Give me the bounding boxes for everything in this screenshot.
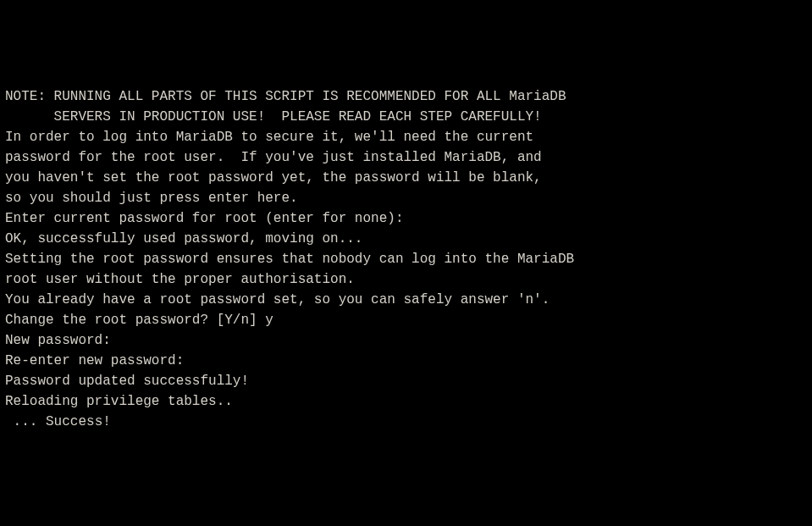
terminal-line: Enter current password for root (enter f…: [5, 208, 807, 229]
terminal-line: Setting the root password ensures that n…: [5, 249, 807, 269]
terminal-line: you haven't set the root password yet, t…: [5, 168, 807, 188]
terminal-line: New password:: [5, 330, 807, 351]
terminal-line: NOTE: RUNNING ALL PARTS OF THIS SCRIPT I…: [5, 86, 807, 107]
terminal-line: You already have a root password set, so…: [5, 290, 807, 310]
terminal-line: so you should just press enter here.: [5, 188, 807, 208]
terminal-line: Re-enter new password:: [5, 351, 807, 371]
terminal-line: In order to log into MariaDB to secure i…: [5, 127, 807, 147]
terminal-output: NOTE: RUNNING ALL PARTS OF THIS SCRIPT I…: [5, 86, 807, 432]
terminal-line: ... Success!: [5, 412, 807, 432]
terminal-line: OK, successfully used password, moving o…: [5, 229, 807, 249]
terminal-line: SERVERS IN PRODUCTION USE! PLEASE READ E…: [5, 107, 807, 127]
terminal-line: root user without the proper authorisati…: [5, 269, 807, 290]
terminal-line: password for the root user. If you've ju…: [5, 147, 807, 168]
terminal-line: Password updated successfully!: [5, 371, 807, 391]
terminal-line: Reloading privilege tables..: [5, 391, 807, 412]
terminal-line: Change the root password? [Y/n] y: [5, 310, 807, 330]
